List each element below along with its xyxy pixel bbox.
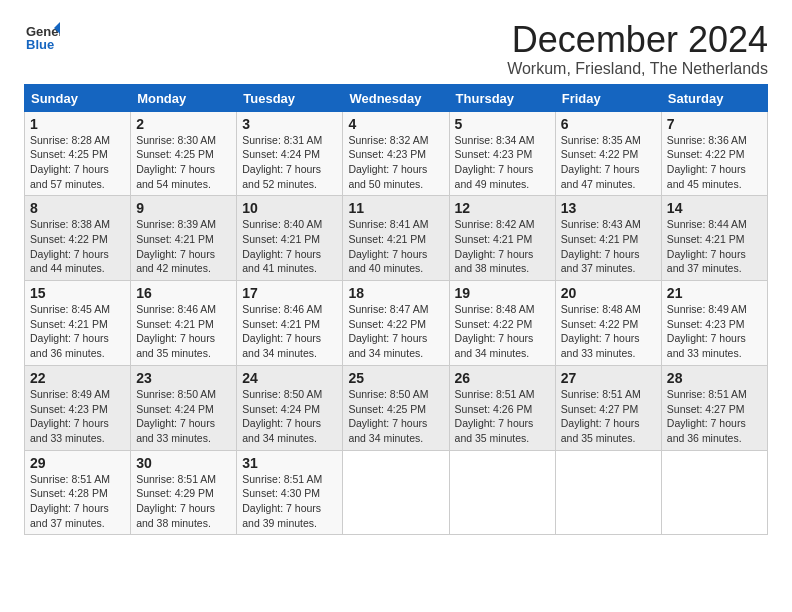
weekday-header: Friday [555, 84, 661, 111]
day-info: Sunrise: 8:34 AMSunset: 4:23 PMDaylight:… [455, 133, 550, 192]
calendar-cell: 15Sunrise: 8:45 AMSunset: 4:21 PMDayligh… [25, 281, 131, 366]
calendar-cell: 22Sunrise: 8:49 AMSunset: 4:23 PMDayligh… [25, 365, 131, 450]
day-number: 17 [242, 285, 337, 301]
calendar-cell [661, 450, 767, 535]
day-number: 24 [242, 370, 337, 386]
day-info: Sunrise: 8:48 AMSunset: 4:22 PMDaylight:… [455, 302, 550, 361]
day-info: Sunrise: 8:32 AMSunset: 4:23 PMDaylight:… [348, 133, 443, 192]
calendar-cell: 31Sunrise: 8:51 AMSunset: 4:30 PMDayligh… [237, 450, 343, 535]
day-info: Sunrise: 8:45 AMSunset: 4:21 PMDaylight:… [30, 302, 125, 361]
day-info: Sunrise: 8:46 AMSunset: 4:21 PMDaylight:… [242, 302, 337, 361]
calendar-cell: 14Sunrise: 8:44 AMSunset: 4:21 PMDayligh… [661, 196, 767, 281]
day-number: 8 [30, 200, 125, 216]
day-info: Sunrise: 8:51 AMSunset: 4:27 PMDaylight:… [667, 387, 762, 446]
weekday-header: Wednesday [343, 84, 449, 111]
day-number: 27 [561, 370, 656, 386]
day-info: Sunrise: 8:38 AMSunset: 4:22 PMDaylight:… [30, 217, 125, 276]
calendar-cell: 20Sunrise: 8:48 AMSunset: 4:22 PMDayligh… [555, 281, 661, 366]
day-info: Sunrise: 8:49 AMSunset: 4:23 PMDaylight:… [667, 302, 762, 361]
day-info: Sunrise: 8:50 AMSunset: 4:24 PMDaylight:… [242, 387, 337, 446]
day-info: Sunrise: 8:51 AMSunset: 4:30 PMDaylight:… [242, 472, 337, 531]
day-info: Sunrise: 8:44 AMSunset: 4:21 PMDaylight:… [667, 217, 762, 276]
day-number: 16 [136, 285, 231, 301]
calendar-table: SundayMondayTuesdayWednesdayThursdayFrid… [24, 84, 768, 536]
weekday-header: Saturday [661, 84, 767, 111]
day-info: Sunrise: 8:49 AMSunset: 4:23 PMDaylight:… [30, 387, 125, 446]
calendar-cell: 10Sunrise: 8:40 AMSunset: 4:21 PMDayligh… [237, 196, 343, 281]
day-number: 1 [30, 116, 125, 132]
day-info: Sunrise: 8:42 AMSunset: 4:21 PMDaylight:… [455, 217, 550, 276]
calendar-week-row: 22Sunrise: 8:49 AMSunset: 4:23 PMDayligh… [25, 365, 768, 450]
page-title: December 2024 [507, 20, 768, 60]
calendar-cell: 2Sunrise: 8:30 AMSunset: 4:25 PMDaylight… [131, 111, 237, 196]
svg-text:Blue: Blue [26, 37, 54, 52]
calendar-week-row: 15Sunrise: 8:45 AMSunset: 4:21 PMDayligh… [25, 281, 768, 366]
calendar-week-row: 29Sunrise: 8:51 AMSunset: 4:28 PMDayligh… [25, 450, 768, 535]
weekday-header: Thursday [449, 84, 555, 111]
day-info: Sunrise: 8:51 AMSunset: 4:26 PMDaylight:… [455, 387, 550, 446]
calendar-cell [449, 450, 555, 535]
day-number: 14 [667, 200, 762, 216]
day-info: Sunrise: 8:48 AMSunset: 4:22 PMDaylight:… [561, 302, 656, 361]
day-number: 6 [561, 116, 656, 132]
calendar-cell: 28Sunrise: 8:51 AMSunset: 4:27 PMDayligh… [661, 365, 767, 450]
day-info: Sunrise: 8:41 AMSunset: 4:21 PMDaylight:… [348, 217, 443, 276]
day-info: Sunrise: 8:47 AMSunset: 4:22 PMDaylight:… [348, 302, 443, 361]
day-number: 29 [30, 455, 125, 471]
day-info: Sunrise: 8:51 AMSunset: 4:27 PMDaylight:… [561, 387, 656, 446]
day-number: 28 [667, 370, 762, 386]
day-number: 12 [455, 200, 550, 216]
day-number: 5 [455, 116, 550, 132]
subtitle: Workum, Friesland, The Netherlands [507, 60, 768, 78]
day-number: 25 [348, 370, 443, 386]
calendar-cell: 4Sunrise: 8:32 AMSunset: 4:23 PMDaylight… [343, 111, 449, 196]
day-info: Sunrise: 8:30 AMSunset: 4:25 PMDaylight:… [136, 133, 231, 192]
calendar-cell: 21Sunrise: 8:49 AMSunset: 4:23 PMDayligh… [661, 281, 767, 366]
calendar-cell [555, 450, 661, 535]
day-number: 7 [667, 116, 762, 132]
day-info: Sunrise: 8:40 AMSunset: 4:21 PMDaylight:… [242, 217, 337, 276]
day-number: 13 [561, 200, 656, 216]
day-number: 2 [136, 116, 231, 132]
calendar-cell: 5Sunrise: 8:34 AMSunset: 4:23 PMDaylight… [449, 111, 555, 196]
calendar-cell: 13Sunrise: 8:43 AMSunset: 4:21 PMDayligh… [555, 196, 661, 281]
day-number: 22 [30, 370, 125, 386]
weekday-header: Tuesday [237, 84, 343, 111]
day-info: Sunrise: 8:28 AMSunset: 4:25 PMDaylight:… [30, 133, 125, 192]
calendar-cell: 30Sunrise: 8:51 AMSunset: 4:29 PMDayligh… [131, 450, 237, 535]
weekday-header: Monday [131, 84, 237, 111]
calendar-cell [343, 450, 449, 535]
calendar-cell: 29Sunrise: 8:51 AMSunset: 4:28 PMDayligh… [25, 450, 131, 535]
header: General Blue December 2024 Workum, Fries… [24, 20, 768, 78]
day-info: Sunrise: 8:51 AMSunset: 4:29 PMDaylight:… [136, 472, 231, 531]
calendar-cell: 25Sunrise: 8:50 AMSunset: 4:25 PMDayligh… [343, 365, 449, 450]
day-number: 21 [667, 285, 762, 301]
weekday-header-row: SundayMondayTuesdayWednesdayThursdayFrid… [25, 84, 768, 111]
calendar-cell: 3Sunrise: 8:31 AMSunset: 4:24 PMDaylight… [237, 111, 343, 196]
day-number: 20 [561, 285, 656, 301]
calendar-cell: 11Sunrise: 8:41 AMSunset: 4:21 PMDayligh… [343, 196, 449, 281]
calendar-cell: 26Sunrise: 8:51 AMSunset: 4:26 PMDayligh… [449, 365, 555, 450]
calendar-cell: 17Sunrise: 8:46 AMSunset: 4:21 PMDayligh… [237, 281, 343, 366]
day-info: Sunrise: 8:46 AMSunset: 4:21 PMDaylight:… [136, 302, 231, 361]
day-number: 4 [348, 116, 443, 132]
calendar-cell: 12Sunrise: 8:42 AMSunset: 4:21 PMDayligh… [449, 196, 555, 281]
calendar-cell: 24Sunrise: 8:50 AMSunset: 4:24 PMDayligh… [237, 365, 343, 450]
day-number: 18 [348, 285, 443, 301]
day-number: 23 [136, 370, 231, 386]
day-info: Sunrise: 8:51 AMSunset: 4:28 PMDaylight:… [30, 472, 125, 531]
day-number: 30 [136, 455, 231, 471]
day-number: 31 [242, 455, 337, 471]
logo-icon: General Blue [24, 20, 60, 56]
calendar-cell: 23Sunrise: 8:50 AMSunset: 4:24 PMDayligh… [131, 365, 237, 450]
calendar-cell: 16Sunrise: 8:46 AMSunset: 4:21 PMDayligh… [131, 281, 237, 366]
calendar-cell: 7Sunrise: 8:36 AMSunset: 4:22 PMDaylight… [661, 111, 767, 196]
day-number: 15 [30, 285, 125, 301]
logo: General Blue [24, 20, 60, 56]
title-area: December 2024 Workum, Friesland, The Net… [507, 20, 768, 78]
day-number: 11 [348, 200, 443, 216]
calendar-cell: 1Sunrise: 8:28 AMSunset: 4:25 PMDaylight… [25, 111, 131, 196]
calendar-cell: 8Sunrise: 8:38 AMSunset: 4:22 PMDaylight… [25, 196, 131, 281]
calendar-cell: 27Sunrise: 8:51 AMSunset: 4:27 PMDayligh… [555, 365, 661, 450]
day-info: Sunrise: 8:39 AMSunset: 4:21 PMDaylight:… [136, 217, 231, 276]
